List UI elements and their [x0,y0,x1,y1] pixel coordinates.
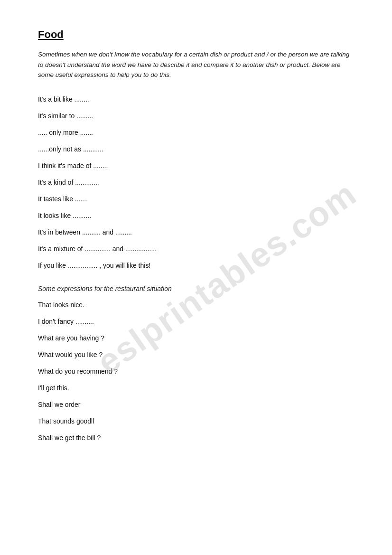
list-item: ..... only more ....... [38,128,354,138]
list-item: I don't fancy .......... [38,317,354,327]
list-item: What would you like ? [38,350,354,360]
list-item: It's similar to ......... [38,111,354,121]
list-item: That sounds goodll [38,416,354,426]
list-item: It's in between .......... and ......... [38,227,354,237]
list-item: It looks like .......... [38,211,354,221]
list-item: ......only not as ........... [38,144,354,154]
list-item: I'll get this. [38,383,354,393]
list-item: That looks nice. [38,300,354,310]
intro-paragraph: Sometimes when we don't know the vocabul… [38,49,354,80]
list-item: What do you recommend ? [38,367,354,376]
restaurant-list: That looks nice.I don't fancy ..........… [38,300,354,443]
list-item: Shall we get the bill ? [38,433,354,443]
list-item: It tastes like ....... [38,194,354,204]
list-item: It's a kind of ............. [38,178,354,188]
list-item: If you like ................ , you will … [38,261,354,271]
expressions-list: It's a bit like ........It's similar to … [38,94,354,271]
list-item: I think it's made of ........ [38,161,354,171]
list-item: Shall we order [38,400,354,410]
list-item: It's a mixture of .............. and ...… [38,244,354,254]
list-item: It's a bit like ........ [38,94,354,104]
section-heading: Some expressions for the restaurant situ… [38,285,354,292]
page: eslprintables.com Food Sometimes when we… [0,0,392,555]
list-item: What are you having ? [38,333,354,343]
page-title: Food [38,28,354,41]
